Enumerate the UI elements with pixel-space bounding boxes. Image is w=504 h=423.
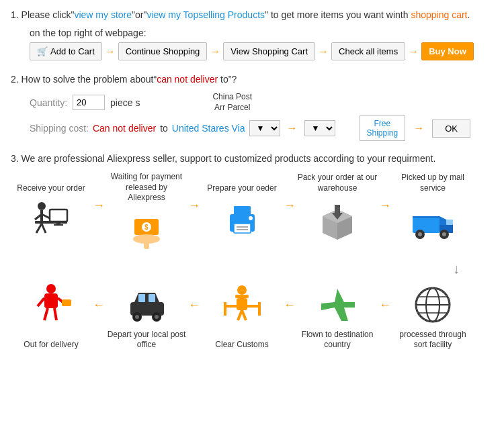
flow-item-flown: Flown to destination country [297,278,378,350]
shipping-row: Shipping cost: Can not deliver to United… [11,115,493,141]
flow-label-depart: Depart your local post office [106,329,187,350]
svg-point-33 [442,232,446,236]
flow-item-customs: Clear Customs [202,278,282,350]
flow-label-pickup: Picked up by mail service [392,172,473,193]
cart-icon: 🛒 [37,46,48,56]
free-shipping-ok-row: Free Shipping → OK [360,115,471,141]
section-3: 3. We are professional Aliexpress seller… [11,153,493,350]
svg-rect-56 [237,298,247,310]
arrow-1: → [105,46,116,58]
svg-rect-34 [413,216,439,218]
svg-rect-7 [50,209,67,222]
payment-icon: $ [123,207,170,254]
check-all-label: Check all items [339,46,398,56]
flow-label-flown: Flown to destination country [297,329,378,350]
buy-now-button[interactable]: Buy Now [421,42,474,60]
free-label: Free [374,119,391,128]
arrow-4: → [408,46,419,58]
flow-label-sort: processed through sort facility [392,329,473,350]
flow-label-out-delivery: Out for delivery [24,329,78,350]
flow-label-payment: Waiting for payment released by Aliexpre… [106,172,187,203]
section2-title-end: to”? [218,74,237,85]
quantity-row: Quantity: piece s China Post Arr Parcel [11,92,493,113]
view-store-link[interactable]: view my store [74,9,132,20]
via-dropdown[interactable]: ▼ [249,120,280,136]
svg-point-48 [135,315,139,319]
shopping-cart-link[interactable]: shopping cart [411,9,467,20]
svg-point-0 [38,202,46,210]
section1-text4: . [468,9,470,20]
flow-item-receive: Receive your order [11,172,91,244]
svg-point-21 [249,216,253,220]
china-post-label: China Post Arr Parcel [212,92,252,113]
flow-item-prepare: Prepare your oeder [202,172,282,244]
buy-now-label: Buy Now [429,46,466,56]
section2-title: 2. How to solve the problem about“can no… [11,73,493,87]
flow-item-pickup: Picked up by mail service [392,172,473,244]
to-text: to [160,123,168,134]
svg-point-31 [418,232,422,236]
svg-rect-15 [144,241,149,249]
continue-shopping-label: Continue Shopping [126,46,200,56]
flow-item-depart: Depart your local post office [106,278,187,350]
button-row: 🛒 Add to Cart → Continue Shopping → View… [30,42,493,60]
section3-title: 3. We are professional Aliexpress seller… [11,153,493,164]
ok-arrow: → [413,122,424,134]
section-2: 2. How to solve the problem about“can no… [11,73,493,141]
svg-line-4 [36,224,42,233]
shipping-label: Shipping cost: [30,123,89,134]
truck-icon [409,197,456,244]
section1-text2: "or" [132,9,146,20]
section1-text3: " to get more items you want winth [265,9,411,20]
svg-rect-55 [258,302,261,316]
add-to-cart-button[interactable]: 🛒 Add to Cart [30,42,102,60]
flow-row-1: Receive your order [11,172,493,254]
svg-rect-45 [138,294,145,302]
svg-point-36 [46,284,56,293]
arrow-2: → [210,46,220,58]
customs-icon [218,282,265,329]
svg-line-5 [42,224,46,233]
flow-arrow-2: → [187,172,202,213]
flow-arrow-1: → [91,172,106,213]
svg-rect-35 [446,220,453,225]
svg-rect-20 [237,229,248,230]
sub-text: on the top right of webpage: [30,28,493,38]
svg-rect-46 [149,294,155,302]
quantity-unit: piece s [110,97,140,108]
svg-line-58 [242,310,246,320]
destination-label: United Stares Via [172,123,245,134]
printer-icon [218,197,265,244]
plane-icon [314,282,361,329]
topselling-link[interactable]: view my Topselling Products [146,9,265,20]
flow-arrow-3: → [282,172,297,213]
check-all-button[interactable]: Check all items [331,42,405,60]
shipping-arrow1: → [287,122,298,134]
svg-rect-37 [44,293,58,308]
down-arrow-row: ↓ [11,261,493,277]
svg-line-40 [44,308,48,320]
view-cart-button[interactable]: View Shopping Cart [223,42,315,60]
flow-row-2: Out for delivery ← Depart your local pos… [11,278,493,350]
svg-point-51 [237,285,247,295]
car-icon [123,282,170,329]
person-computer-icon [28,197,75,244]
down-arrow: ↓ [453,261,460,277]
view-cart-label: View Shopping Cart [230,46,308,56]
flow-label-prepare: Prepare your oeder [207,172,276,193]
quantity-input[interactable] [73,95,105,110]
svg-rect-17 [234,206,251,216]
china-post-line2: Arr Parcel [214,103,250,112]
globe-icon [409,282,456,329]
quantity-label: Quantity: [30,97,67,108]
svg-line-38 [38,298,44,306]
flow-item-payment: Waiting for payment released by Aliexpre… [106,172,187,254]
flow-arrow-4: → [378,172,392,213]
ok-button[interactable]: OK [432,120,470,138]
svg-rect-54 [224,302,226,316]
svg-text:$: $ [144,224,149,231]
svg-rect-9 [54,224,63,226]
svg-point-50 [155,315,159,319]
continue-shopping-button[interactable]: Continue Shopping [118,42,208,60]
shipping-option-dropdown[interactable]: ▼ [304,120,335,136]
